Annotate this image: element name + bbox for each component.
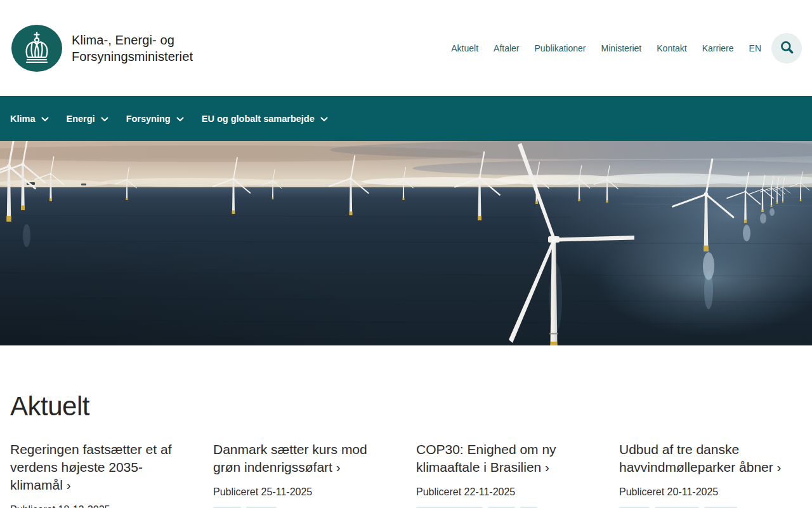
ministry-name-line2: Forsyningsministeriet (72, 48, 193, 65)
top-nav-karriere[interactable]: Karriere (702, 43, 734, 53)
news-card-published-date: Publiceret 22-11-2025 (416, 485, 599, 499)
hero-image (0, 141, 812, 345)
offshore-wind-turbines-photo (0, 141, 812, 345)
news-card-2: Danmark sætter kurs mod grøn indenrigssø… (213, 441, 396, 508)
news-card-4: Udbud af tre danske havvindmølleparker å… (619, 441, 802, 508)
main-nav: Klima Energi Forsyning EU og globalt sam… (0, 96, 812, 141)
main-nav-energi-label: Energi (67, 114, 95, 124)
news-card-title-link[interactable]: Regeringen fastsætter et af verdens høje… (10, 441, 187, 494)
news-card-published-date: Publiceret 20-11-2025 (619, 485, 802, 499)
news-card-title-link[interactable]: COP30: Enighed om ny klimaaftale i Brasi… (416, 441, 593, 476)
main-nav-energi[interactable]: Energi (67, 114, 108, 124)
search-button[interactable] (771, 33, 802, 64)
top-nav-ministeriet[interactable]: Ministeriet (601, 43, 641, 53)
crown-icon (11, 25, 62, 72)
main-nav-klima[interactable]: Klima (10, 114, 49, 124)
news-card-published-date: Publiceret 18-12-2025 (10, 503, 193, 508)
page-title: Aktuelt (10, 392, 802, 421)
news-card-published-date: Publiceret 25-11-2025 (213, 485, 396, 499)
main-nav-eu-og-globalt-samarbejde[interactable]: EU og globalt samarbejde (202, 114, 328, 124)
main-nav-klima-label: Klima (10, 114, 36, 124)
top-nav-language-en[interactable]: EN (749, 43, 761, 53)
chevron-down-icon (320, 114, 328, 124)
main-nav-forsyning[interactable]: Forsyning (126, 114, 184, 124)
main-nav-forsyning-label: Forsyning (126, 114, 171, 124)
ministry-name: Klima-, Energi- og Forsyningsministeriet (72, 32, 193, 65)
ministry-name-line1: Klima-, Energi- og (72, 32, 193, 48)
top-nav-aktuelt[interactable]: Aktuelt (451, 43, 478, 53)
top-nav: Aktuelt Aftaler Publikationer Ministerie… (451, 33, 802, 64)
top-nav-aftaler[interactable]: Aftaler (494, 43, 519, 53)
main-nav-eu-label: EU og globalt samarbejde (202, 114, 315, 124)
news-card-title-link[interactable]: Udbud af tre danske havvindmølleparker å… (619, 441, 796, 476)
news-card-1: Regeringen fastsætter et af verdens høje… (10, 441, 193, 508)
chevron-down-icon (101, 114, 108, 124)
news-card-3: COP30: Enighed om ny klimaaftale i Brasi… (416, 441, 599, 508)
search-icon (780, 40, 794, 57)
site-header: Klima-, Energi- og Forsyningsministeriet… (0, 0, 812, 96)
chevron-down-icon (176, 114, 184, 124)
main-content: Aktuelt Regeringen fastsætter et af verd… (0, 392, 812, 508)
top-nav-kontakt[interactable]: Kontakt (657, 43, 686, 53)
news-card-title-link[interactable]: Danmark sætter kurs mod grøn indenrigssø… (213, 441, 390, 476)
news-grid: Regeringen fastsætter et af verdens høje… (10, 441, 802, 508)
chevron-down-icon (41, 114, 49, 124)
top-nav-publikationer[interactable]: Publikationer (535, 43, 586, 53)
brand-logo[interactable]: Klima-, Energi- og Forsyningsministeriet (11, 25, 193, 72)
